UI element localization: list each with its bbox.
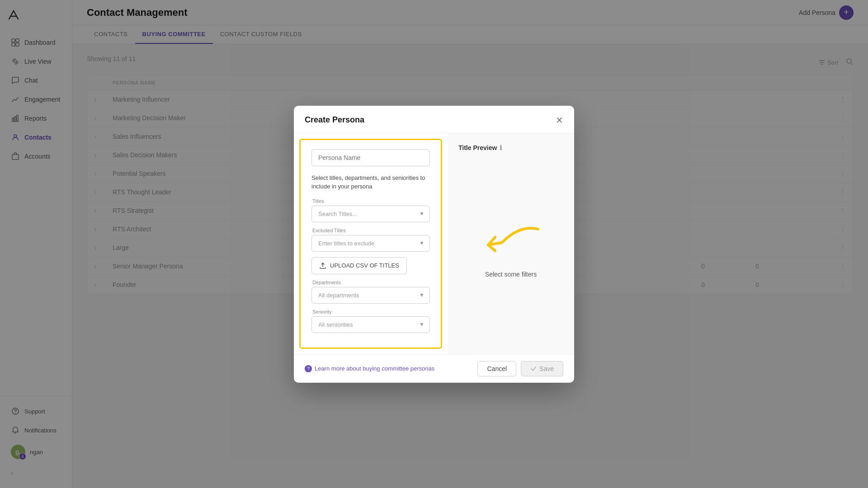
modal-body: Select titles, departments, and seniorit… [294, 133, 574, 354]
modal-header: Create Persona ✕ [294, 106, 574, 133]
upload-icon [319, 262, 326, 269]
modal-left-panel: Select titles, departments, and seniorit… [299, 139, 442, 349]
footer-buttons: Cancel Save [477, 361, 563, 376]
title-preview-label: Title Preview ℹ [458, 144, 502, 151]
titles-select[interactable]: Search Titles... [311, 206, 430, 222]
arrow-hint-svg [475, 220, 547, 265]
departments-label: Departments [311, 280, 430, 285]
learn-more-link[interactable]: ? Learn more about buying committee pers… [305, 365, 434, 372]
main-content: Contact Management Add Persona + CONTACT… [72, 0, 868, 488]
save-icon [530, 366, 537, 372]
question-icon: ? [305, 365, 312, 372]
upload-csv-button[interactable]: UPLOAD CSV OF TITLES [311, 257, 407, 274]
modal-title: Create Persona [305, 115, 364, 125]
seniority-field-group: Seniority All seniorities ▼ [311, 309, 430, 333]
modal-close-button[interactable]: ✕ [556, 115, 563, 126]
hint-text: Select some filters [485, 271, 537, 278]
persona-name-input[interactable] [311, 149, 430, 166]
cancel-button[interactable]: Cancel [477, 361, 516, 376]
titles-label: Titles [311, 198, 430, 204]
instruction-text: Select titles, departments, and seniorit… [311, 174, 430, 191]
titles-field-group: Titles Search Titles... ▼ [311, 198, 430, 222]
arrow-hint: Select some filters [475, 155, 547, 343]
modal-overlay: Create Persona ✕ Select titles, departme… [0, 0, 868, 488]
modal-right-panel: Title Preview ℹ Select some filters [448, 133, 574, 354]
departments-select[interactable]: All departments [311, 287, 430, 304]
excluded-titles-select[interactable]: Enter titles to exclude [311, 235, 430, 252]
info-icon[interactable]: ℹ [500, 144, 502, 151]
departments-field-group: Departments All departments ▼ [311, 280, 430, 304]
excluded-titles-select-wrapper: Enter titles to exclude ▼ [311, 235, 430, 252]
seniority-select[interactable]: All seniorities [311, 316, 430, 333]
seniority-label: Seniority [311, 309, 430, 314]
excluded-titles-label: Excluded Titles [311, 228, 430, 233]
departments-select-wrapper: All departments ▼ [311, 287, 430, 304]
create-persona-modal: Create Persona ✕ Select titles, departme… [294, 106, 574, 383]
excluded-titles-field-group: Excluded Titles Enter titles to exclude … [311, 228, 430, 252]
modal-footer: ? Learn more about buying committee pers… [294, 354, 574, 383]
save-button[interactable]: Save [521, 361, 563, 376]
seniority-select-wrapper: All seniorities ▼ [311, 316, 430, 333]
titles-select-wrapper: Search Titles... ▼ [311, 206, 430, 222]
